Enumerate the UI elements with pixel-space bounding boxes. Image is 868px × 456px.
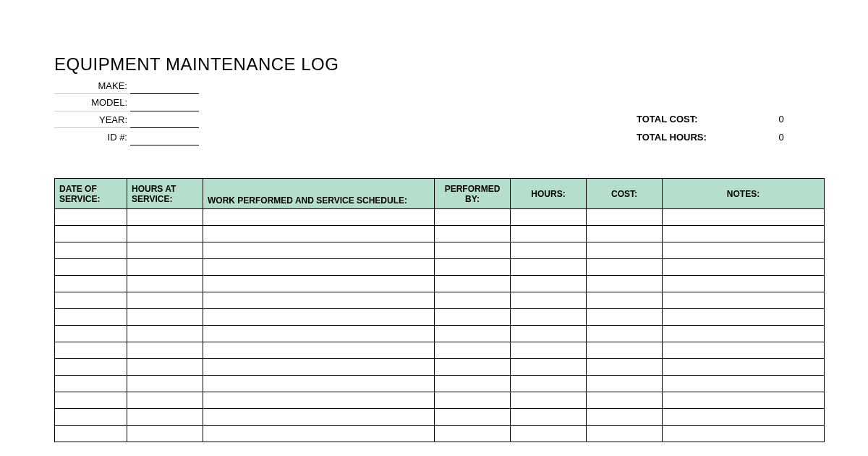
- cell-work[interactable]: [203, 259, 435, 276]
- cell-cost[interactable]: [587, 409, 663, 426]
- cell-hours[interactable]: [511, 359, 587, 376]
- cell-notes[interactable]: [663, 426, 825, 442]
- cell-cost[interactable]: [587, 259, 663, 276]
- cell-notes[interactable]: [663, 242, 825, 259]
- cell-date[interactable]: [55, 409, 127, 426]
- cell-hours_at[interactable]: [127, 326, 203, 342]
- cell-work[interactable]: [203, 309, 435, 326]
- cell-hours_at[interactable]: [127, 226, 203, 242]
- cell-performed_by[interactable]: [435, 292, 511, 309]
- cell-cost[interactable]: [587, 209, 663, 226]
- cell-hours[interactable]: [511, 242, 587, 259]
- cell-notes[interactable]: [663, 326, 825, 342]
- cell-notes[interactable]: [663, 359, 825, 376]
- model-input[interactable]: [130, 95, 199, 111]
- cell-cost[interactable]: [587, 276, 663, 292]
- cell-hours_at[interactable]: [127, 426, 203, 442]
- cell-hours[interactable]: [511, 259, 587, 276]
- cell-cost[interactable]: [587, 326, 663, 342]
- cell-hours[interactable]: [511, 376, 587, 392]
- cell-notes[interactable]: [663, 226, 825, 242]
- cell-work[interactable]: [203, 426, 435, 442]
- cell-notes[interactable]: [663, 209, 825, 226]
- cell-date[interactable]: [55, 209, 127, 226]
- cell-work[interactable]: [203, 209, 435, 226]
- cell-date[interactable]: [55, 426, 127, 442]
- cell-hours[interactable]: [511, 342, 587, 359]
- cell-hours_at[interactable]: [127, 376, 203, 392]
- cell-performed_by[interactable]: [435, 392, 511, 409]
- cell-notes[interactable]: [663, 376, 825, 392]
- cell-hours[interactable]: [511, 409, 587, 426]
- cell-cost[interactable]: [587, 292, 663, 309]
- cell-work[interactable]: [203, 326, 435, 342]
- cell-cost[interactable]: [587, 426, 663, 442]
- cell-hours_at[interactable]: [127, 292, 203, 309]
- cell-notes[interactable]: [663, 292, 825, 309]
- cell-hours[interactable]: [511, 276, 587, 292]
- cell-notes[interactable]: [663, 309, 825, 326]
- cell-hours[interactable]: [511, 426, 587, 442]
- cell-cost[interactable]: [587, 342, 663, 359]
- cell-hours[interactable]: [511, 209, 587, 226]
- cell-hours_at[interactable]: [127, 276, 203, 292]
- cell-notes[interactable]: [663, 259, 825, 276]
- year-input[interactable]: [130, 111, 199, 128]
- cell-date[interactable]: [55, 309, 127, 326]
- cell-performed_by[interactable]: [435, 276, 511, 292]
- cell-work[interactable]: [203, 376, 435, 392]
- cell-date[interactable]: [55, 359, 127, 376]
- cell-hours[interactable]: [511, 392, 587, 409]
- cell-date[interactable]: [55, 259, 127, 276]
- cell-cost[interactable]: [587, 309, 663, 326]
- cell-date[interactable]: [55, 376, 127, 392]
- cell-work[interactable]: [203, 276, 435, 292]
- cell-performed_by[interactable]: [435, 342, 511, 359]
- cell-hours_at[interactable]: [127, 259, 203, 276]
- cell-notes[interactable]: [663, 276, 825, 292]
- cell-notes[interactable]: [663, 342, 825, 359]
- cell-work[interactable]: [203, 342, 435, 359]
- cell-work[interactable]: [203, 409, 435, 426]
- cell-date[interactable]: [55, 392, 127, 409]
- cell-hours_at[interactable]: [127, 209, 203, 226]
- cell-performed_by[interactable]: [435, 259, 511, 276]
- cell-cost[interactable]: [587, 226, 663, 242]
- cell-date[interactable]: [55, 242, 127, 259]
- cell-work[interactable]: [203, 359, 435, 376]
- cell-date[interactable]: [55, 292, 127, 309]
- cell-date[interactable]: [55, 342, 127, 359]
- cell-notes[interactable]: [663, 409, 825, 426]
- cell-performed_by[interactable]: [435, 426, 511, 442]
- cell-hours_at[interactable]: [127, 242, 203, 259]
- cell-work[interactable]: [203, 226, 435, 242]
- cell-hours[interactable]: [511, 292, 587, 309]
- cell-cost[interactable]: [587, 359, 663, 376]
- cell-performed_by[interactable]: [435, 209, 511, 226]
- cell-performed_by[interactable]: [435, 376, 511, 392]
- cell-hours_at[interactable]: [127, 342, 203, 359]
- cell-performed_by[interactable]: [435, 309, 511, 326]
- cell-hours_at[interactable]: [127, 359, 203, 376]
- cell-work[interactable]: [203, 392, 435, 409]
- make-input[interactable]: [130, 77, 199, 94]
- cell-cost[interactable]: [587, 242, 663, 259]
- cell-notes[interactable]: [663, 392, 825, 409]
- cell-performed_by[interactable]: [435, 326, 511, 342]
- cell-date[interactable]: [55, 326, 127, 342]
- cell-work[interactable]: [203, 292, 435, 309]
- cell-hours_at[interactable]: [127, 392, 203, 409]
- cell-performed_by[interactable]: [435, 226, 511, 242]
- cell-date[interactable]: [55, 226, 127, 242]
- cell-cost[interactable]: [587, 376, 663, 392]
- cell-hours[interactable]: [511, 326, 587, 342]
- cell-hours[interactable]: [511, 309, 587, 326]
- cell-date[interactable]: [55, 276, 127, 292]
- cell-hours_at[interactable]: [127, 309, 203, 326]
- cell-hours_at[interactable]: [127, 409, 203, 426]
- cell-performed_by[interactable]: [435, 242, 511, 259]
- cell-work[interactable]: [203, 242, 435, 259]
- id-input[interactable]: [130, 129, 199, 145]
- cell-cost[interactable]: [587, 392, 663, 409]
- cell-hours[interactable]: [511, 226, 587, 242]
